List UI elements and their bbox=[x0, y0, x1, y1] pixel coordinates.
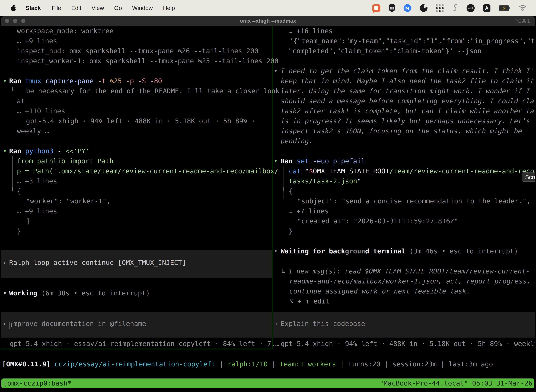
battery-bolt-glyph: ⚡ bbox=[499, 5, 509, 11]
tmux-host-clock: "MacBook-Pro-44.local" 05:03 31-Mar-26 bbox=[380, 378, 532, 388]
json-output-line: { bbox=[17, 186, 21, 196]
thinking-line: pending. bbox=[281, 136, 313, 146]
menu-go[interactable]: Go bbox=[114, 5, 122, 11]
json-output-line: ] bbox=[26, 216, 30, 226]
left-pane-status-line: gpt-5.4 xhigh · essay/ai-reimplementatio… bbox=[10, 339, 279, 349]
ran-set-command: Ran set -euo pipefail bbox=[281, 156, 365, 166]
json-arg-line: '{"team_name":"my-team","task_id":"1","f… bbox=[289, 36, 535, 46]
s-curve-icon[interactable] bbox=[452, 4, 458, 13]
collapsed-lines-indicator: … +110 lines bbox=[17, 106, 65, 116]
json-output-line: "created_at": "2026-03-31T11:59:27.816Z" bbox=[297, 216, 458, 226]
omx-session-time: session:23m bbox=[392, 360, 437, 368]
json-output-line: "worker": "worker-1", bbox=[26, 196, 110, 206]
python-heredoc-line: p = Path('.omx/state/team/review-current… bbox=[17, 166, 278, 176]
json-output-line: "subject": "send a concise recommendatio… bbox=[297, 196, 531, 206]
waiting-status: Waiting for background terminal (3m 46s … bbox=[281, 246, 518, 256]
text-cursor[interactable]: I bbox=[9, 322, 13, 329]
prompt-chevron: › bbox=[275, 319, 279, 329]
omx-team-workers: team:1 workers bbox=[280, 360, 336, 368]
thinking-line: should send a message before completing … bbox=[281, 96, 535, 106]
waiting-bullet: • bbox=[274, 246, 278, 256]
blue-seal-icon[interactable] bbox=[404, 4, 411, 12]
menu-window[interactable]: Window bbox=[132, 5, 153, 11]
pane-divider[interactable] bbox=[272, 26, 273, 349]
macos-menu-bar: Slack File Edit View Go Window Help ..61… bbox=[0, 0, 536, 16]
ran-python-command: Ran python3 - <<'PY' bbox=[9, 146, 90, 156]
terminal-window: omx --xhigh --madmax ⌥⌘1 workspace_mode:… bbox=[1, 16, 535, 392]
screen-overlay-button[interactable]: Scre bbox=[522, 173, 535, 182]
mailbox-message-line: readme-and-reco/mailbox/worker-1.json, a… bbox=[289, 276, 531, 286]
json-arg-line: "completed","claim_token":"claim-token"}… bbox=[288, 46, 482, 56]
working-bullet: • bbox=[3, 288, 7, 298]
collapsed-lines-indicator: … +7 lines bbox=[288, 206, 329, 216]
thinking-line: inspect task2's JSON, focusing on the st… bbox=[281, 126, 522, 136]
right-pane-bottom-border bbox=[273, 349, 535, 349]
left-prompt-input[interactable]: Improve documentation in @filename bbox=[9, 319, 146, 329]
thinking-line: task2 after task1 is complete, but can I… bbox=[281, 106, 535, 116]
window-title: omx --xhigh --madmax bbox=[1, 16, 535, 26]
thinking-line: I need to get the claim token from the c… bbox=[281, 66, 535, 76]
json-output-line: { bbox=[289, 186, 293, 196]
prompt-chevron: › bbox=[2, 258, 6, 268]
app-menus: File Edit View Go Window Help bbox=[52, 5, 175, 11]
command-output-line: be necessary for the end of the README. … bbox=[26, 86, 279, 96]
terminal-line: inspect_hud: omx sparkshell --tmux-pane … bbox=[17, 46, 258, 56]
mailbox-message-line: 1 new msg(s): read $OMX_TEAM_STATE_ROOT/… bbox=[288, 266, 530, 276]
omx-project-path: cczip/essay/ai-reimplementation-copyleft bbox=[54, 360, 215, 368]
edit-shortcut-hint: ⌥ + ↑ edit bbox=[289, 296, 330, 306]
output-corner-glyph: └ bbox=[10, 86, 14, 96]
menu-help[interactable]: Help bbox=[163, 5, 175, 11]
python-heredoc-line: from pathlib import Path bbox=[17, 156, 113, 166]
command-bullet: • bbox=[274, 156, 278, 166]
letter-a-icon[interactable]: A bbox=[483, 5, 490, 12]
command-bullet: • bbox=[3, 146, 7, 156]
omx-version: [OMX#0.11.9] bbox=[2, 360, 50, 368]
thinking-bullet: • bbox=[274, 66, 278, 76]
cat-command-line: tasks/task-2.json" bbox=[289, 176, 361, 186]
omx-status-bar: [OMX#0.11.9] cczip/essay/ai-reimplementa… bbox=[2, 359, 493, 369]
tmux-status-bar: [omx-cczip0:bash* "MacBook-Pro-44.local"… bbox=[1, 378, 534, 388]
output-corner-glyph: └ bbox=[282, 186, 286, 196]
mailbox-arrow-glyph: ↳ bbox=[281, 266, 285, 276]
command-output-line: at bbox=[17, 96, 25, 106]
menu-file[interactable]: File bbox=[52, 5, 61, 11]
menu-view[interactable]: View bbox=[91, 5, 104, 11]
thinking-line: is in progress? It seems likely but perh… bbox=[281, 116, 530, 126]
wifi-icon[interactable] bbox=[519, 5, 526, 11]
collapsed-lines-indicator: … +16 lines bbox=[288, 26, 333, 36]
json-output-line: } bbox=[289, 226, 293, 236]
menu-edit[interactable]: Edit bbox=[71, 5, 81, 11]
tmux-session-name: [omx-cczip0:bash* bbox=[3, 378, 72, 388]
apple-menu-icon[interactable] bbox=[10, 5, 17, 12]
dots-grid-icon[interactable] bbox=[436, 4, 444, 12]
chat-app-icon[interactable] bbox=[372, 5, 380, 12]
cat-command-line: cat "$OMX_TEAM_STATE_ROOT/team/review-cu… bbox=[289, 166, 535, 176]
thinking-line: keep that in mind. Maybe I also need the… bbox=[281, 76, 534, 86]
shield-grid-icon[interactable] bbox=[389, 5, 395, 12]
command-guide-line bbox=[12, 156, 13, 189]
collapsed-lines-indicator: … +9 lines bbox=[17, 36, 57, 46]
omx-ralph-counter: ralph:1/10 bbox=[227, 360, 268, 368]
thinking-line: later. Using the same for transition mig… bbox=[281, 86, 530, 96]
left-pane-bottom-border bbox=[1, 349, 273, 349]
usage-summary-line: gpt-5.4 xhigh · 94% left · 488K in · 5.1… bbox=[26, 116, 255, 126]
window-shortcut-hint: ⌥⌘1 bbox=[515, 16, 530, 26]
mailbox-message-line: continue assigned work or next feasible … bbox=[289, 286, 470, 296]
omx-last-activity: last:3m ago bbox=[449, 360, 493, 368]
badge-61-icon[interactable]: ..61 bbox=[467, 4, 475, 12]
active-app-name[interactable]: Slack bbox=[26, 5, 41, 11]
ran-tmux-command: Ran tmux capture-pane -t %25 -p -S -80 bbox=[9, 76, 162, 86]
collapsed-lines-indicator: … +3 lines bbox=[17, 176, 57, 186]
ralph-loop-status: Ralph loop active continue [OMX_TMUX_INJ… bbox=[9, 258, 186, 268]
terminal-line: workspace_mode: worktree bbox=[17, 26, 113, 36]
menu-bar-status-icons: ..61 A ⚡ bbox=[372, 4, 526, 13]
right-prompt-input[interactable]: Explain this codebase bbox=[281, 319, 365, 329]
pie-circle-icon[interactable] bbox=[420, 4, 427, 12]
prompt-chevron: › bbox=[2, 319, 6, 329]
window-title-bar[interactable]: omx --xhigh --madmax ⌥⌘1 bbox=[1, 16, 535, 26]
terminal-line: inspect_worker-1: omx sparkshell --tmux-… bbox=[17, 56, 278, 66]
battery-icon[interactable]: ⚡ bbox=[499, 5, 510, 11]
working-status: Working (6m 38s • esc to interrupt) bbox=[9, 288, 150, 298]
command-bullet: • bbox=[3, 76, 7, 86]
terminal-content[interactable]: workspace_mode: worktree … +9 lines insp… bbox=[1, 26, 535, 392]
